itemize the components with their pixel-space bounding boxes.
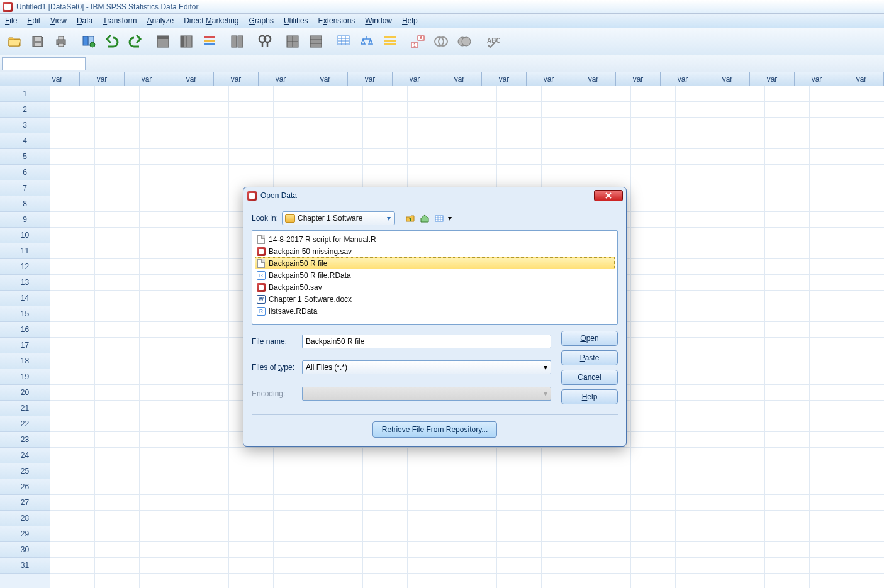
row-header[interactable]: 14	[0, 291, 50, 306]
row-header[interactable]: 12	[0, 259, 50, 275]
menu-data[interactable]: Data	[77, 16, 92, 25]
menu-graphs[interactable]: Graphs	[249, 16, 274, 25]
row-header[interactable]: 19	[0, 369, 50, 385]
row-header[interactable]: 4	[0, 133, 50, 149]
row-header[interactable]: 23	[0, 432, 50, 448]
row-header[interactable]: 15	[0, 306, 50, 322]
row-header[interactable]: 16	[0, 322, 50, 338]
row-header[interactable]: 31	[0, 558, 50, 574]
row-header[interactable]: 20	[0, 385, 50, 401]
split-file-button[interactable]	[282, 31, 303, 52]
file-item[interactable]: Chapter 1 Software.docx	[255, 293, 615, 305]
menu-transform[interactable]: Transform	[103, 16, 137, 25]
file-item[interactable]: Backpain50 R file.RData	[255, 269, 615, 281]
column-header[interactable]: var	[437, 72, 482, 86]
column-header[interactable]: var	[482, 72, 527, 86]
row-header[interactable]: 17	[0, 338, 50, 353]
grid-corner[interactable]	[0, 72, 35, 86]
file-item[interactable]: Backpain50.sav	[255, 281, 615, 293]
column-header[interactable]: var	[839, 72, 884, 86]
up-one-level-button[interactable]	[404, 212, 417, 225]
file-list[interactable]: 14-8-2017 R script for Manual.RBackpain …	[252, 230, 618, 325]
column-header[interactable]: var	[571, 72, 616, 86]
home-button[interactable]	[418, 212, 431, 225]
column-header[interactable]: var	[169, 72, 214, 86]
column-header[interactable]: var	[616, 72, 661, 86]
row-header[interactable]: 29	[0, 526, 50, 542]
spellcheck-button[interactable]: ABC	[481, 31, 503, 52]
run-descriptives-button[interactable]	[227, 31, 248, 52]
row-header[interactable]: 8	[0, 196, 50, 212]
menu-utilities[interactable]: Utilities	[284, 16, 308, 25]
dialog-close-button[interactable]	[594, 190, 623, 201]
column-header[interactable]: var	[125, 72, 169, 86]
paste-button[interactable]: Paste	[561, 350, 618, 365]
row-header[interactable]: 28	[0, 511, 50, 526]
row-header[interactable]: 30	[0, 542, 50, 558]
show-user-missing-button[interactable]	[454, 31, 475, 52]
column-header[interactable]: var	[80, 72, 125, 86]
filetype-select[interactable]: All Files (*.*) ▾	[302, 360, 551, 374]
column-header[interactable]: var	[795, 72, 839, 86]
redo-button[interactable]	[125, 31, 146, 52]
cell-name-box[interactable]	[2, 57, 86, 70]
print-button[interactable]	[50, 31, 72, 52]
column-header[interactable]: var	[527, 72, 571, 86]
value-labels-button[interactable]	[379, 31, 401, 52]
column-header[interactable]: var	[303, 72, 348, 86]
menu-edit[interactable]: Edit	[27, 16, 40, 25]
file-item[interactable]: listsave.RData	[255, 305, 615, 317]
help-button[interactable]: Help	[561, 389, 618, 404]
goto-case-button[interactable]	[152, 31, 174, 52]
row-header[interactable]: 24	[0, 448, 50, 463]
file-item[interactable]: Backpain 50 missing.sav	[255, 245, 615, 257]
file-item[interactable]: Backpain50 R file	[255, 257, 615, 269]
cancel-button[interactable]: Cancel	[561, 370, 618, 385]
row-header[interactable]: 7	[0, 180, 50, 196]
column-header[interactable]: var	[661, 72, 705, 86]
column-header[interactable]: var	[705, 72, 750, 86]
row-header[interactable]: 26	[0, 479, 50, 495]
row-header[interactable]: 2	[0, 102, 50, 118]
lookin-select[interactable]: Chapter 1 Software ▾	[282, 211, 395, 225]
menu-file[interactable]: File	[5, 16, 17, 25]
menu-direct-marketing[interactable]: Direct Marketing	[184, 16, 238, 25]
menu-analyze[interactable]: Analyze	[147, 16, 174, 25]
row-header[interactable]: 27	[0, 495, 50, 511]
menu-window[interactable]: Window	[365, 16, 392, 25]
show-all-variables-button[interactable]	[430, 31, 452, 52]
column-header[interactable]: var	[214, 72, 259, 86]
row-header[interactable]: 9	[0, 212, 50, 228]
variables-button[interactable]	[199, 31, 220, 52]
undo-button[interactable]	[101, 31, 123, 52]
open-file-button[interactable]	[4, 31, 25, 52]
row-header[interactable]: 5	[0, 149, 50, 165]
use-sets-button[interactable]: 1A	[407, 31, 428, 52]
column-header[interactable]: var	[259, 72, 303, 86]
row-header[interactable]: 11	[0, 243, 50, 259]
menu-help[interactable]: Help	[402, 16, 418, 25]
new-folder-button[interactable]	[433, 212, 445, 225]
row-header[interactable]: 6	[0, 165, 50, 180]
view-menu-button[interactable]: ▾	[447, 212, 452, 225]
filename-input[interactable]	[302, 335, 551, 348]
column-header[interactable]: var	[750, 72, 795, 86]
open-button[interactable]: Open	[561, 331, 618, 346]
row-header[interactable]: 21	[0, 401, 50, 416]
retrieve-from-repository-button[interactable]: Retrieve File From Repository...	[372, 421, 498, 438]
row-header[interactable]: 13	[0, 275, 50, 291]
find-button[interactable]	[254, 31, 276, 52]
goto-variable-button[interactable]	[176, 31, 197, 52]
row-header[interactable]: 22	[0, 416, 50, 432]
select-cases-button[interactable]	[333, 31, 354, 52]
column-header[interactable]: var	[393, 72, 437, 86]
weight-cases-button[interactable]	[356, 31, 378, 52]
file-item[interactable]: 14-8-2017 R script for Manual.R	[255, 233, 615, 245]
row-header[interactable]: 18	[0, 353, 50, 369]
menu-extensions[interactable]: Extensions	[318, 16, 355, 25]
insert-cases-button[interactable]	[305, 31, 327, 52]
row-header[interactable]: 25	[0, 463, 50, 479]
dialog-titlebar[interactable]: Open Data	[243, 187, 626, 204]
row-header[interactable]: 10	[0, 228, 50, 243]
save-button[interactable]	[27, 31, 48, 52]
